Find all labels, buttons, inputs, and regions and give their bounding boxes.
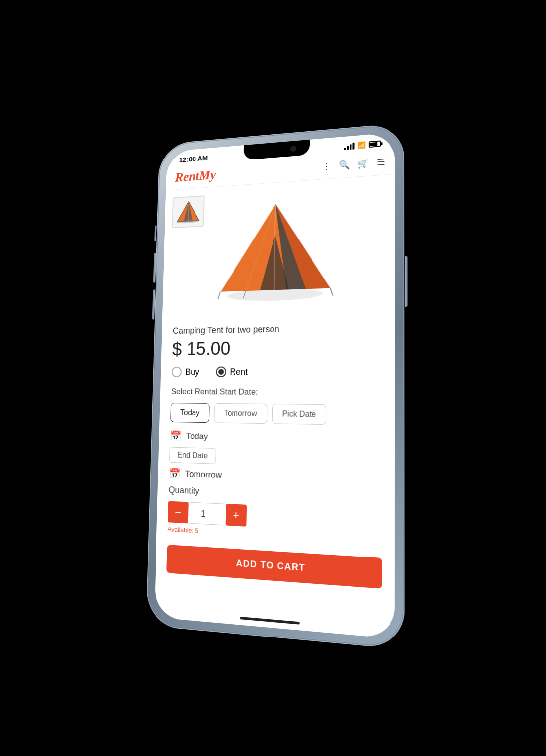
main-product-image [213,193,339,304]
home-bar [240,616,300,624]
end-date-section: End Date 📅 Tomorrow [169,447,382,487]
rent-radio[interactable] [216,366,226,377]
thumbnail-tent-svg [175,198,202,225]
decrement-button[interactable]: − [168,501,189,523]
add-to-cart-button[interactable]: ADD TO CART [166,545,382,589]
wifi-icon: 📶 [358,141,366,149]
front-camera [290,145,296,151]
mute-button [154,225,156,241]
phone-frame: 12:00 AM 📶 RentMy ⋮ 🔍 🛒 [146,122,404,649]
increment-button[interactable]: + [226,503,247,526]
rent-label: Rent [230,366,248,377]
bag-icon[interactable]: 🛒 [357,158,368,169]
buy-label: Buy [185,367,199,377]
date-buttons: Today Tomorrow Pick Date [170,403,382,426]
tent-svg [213,193,339,304]
product-image-section [162,174,395,319]
quantity-section: Quantity − + Available: 5 [167,485,382,545]
logo: RentMy [175,167,216,185]
end-date-label: End Date [169,447,216,464]
search-icon[interactable]: 🔍 [339,159,350,170]
today-button[interactable]: Today [170,403,209,423]
pick-date-button[interactable]: Pick Date [272,404,327,425]
status-time: 12:00 AM [179,154,208,163]
app-content: Camping Tent for two person $ 15.00 Buy … [155,174,395,624]
svg-line-13 [218,291,220,299]
buy-radio[interactable] [172,366,182,377]
quantity-label: Quantity [168,485,382,505]
start-date-value: Today [186,431,208,441]
product-price: $ 15.00 [172,336,383,359]
calendar-icon: 📅 [170,430,182,441]
header-icons: ⋮ 🔍 🛒 ☰ [322,157,385,172]
phone-screen: 12:00 AM 📶 RentMy ⋮ 🔍 🛒 [155,132,395,638]
end-date-display: 📅 Tomorrow [169,467,382,487]
status-icons: 📶 [344,140,381,150]
product-details: Camping Tent for two person $ 15.00 Buy … [156,314,395,597]
battery-icon [369,140,381,148]
product-name: Camping Tent for two person [173,322,383,336]
thumbnail-strip [172,195,204,228]
signal-icon [344,142,354,150]
menu-icon[interactable]: ☰ [377,157,385,168]
buy-option[interactable]: Buy [172,366,199,377]
start-date-display: 📅 Today [170,430,382,446]
thumbnail-item[interactable] [172,195,204,228]
volume-up-button [153,253,156,283]
phone-wrapper: 12:00 AM 📶 RentMy ⋮ 🔍 🛒 [146,122,404,649]
tomorrow-button[interactable]: Tomorrow [214,403,267,423]
power-button [405,256,407,306]
end-calendar-icon: 📅 [169,467,181,479]
purchase-options: Buy Rent [172,366,383,377]
start-date-section-label: Select Rental Start Date: [171,387,383,398]
end-date-value: Tomorrow [185,469,222,480]
svg-line-14 [330,288,333,295]
more-icon[interactable]: ⋮ [322,160,331,172]
rent-option[interactable]: Rent [216,366,248,377]
volume-down-button [152,289,155,319]
quantity-input[interactable] [188,502,226,525]
